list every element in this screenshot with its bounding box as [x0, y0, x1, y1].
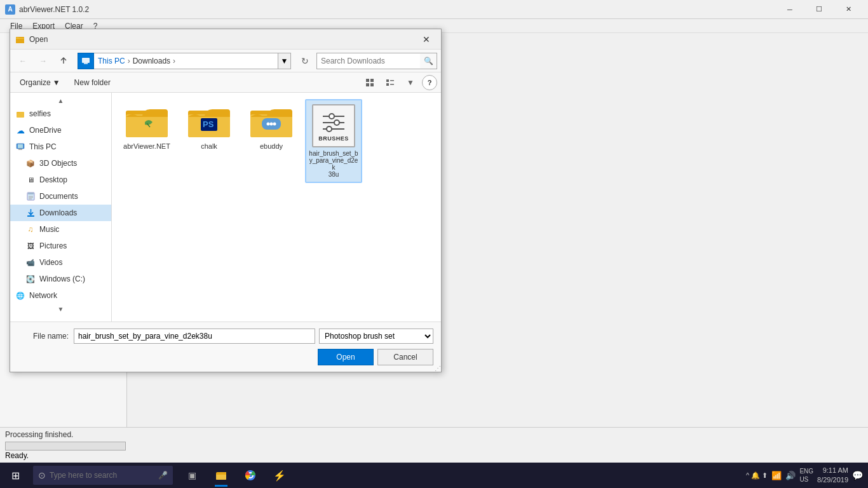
resize-handle[interactable]: ⋰: [433, 364, 441, 372]
taskbar-search-box: ⊙ 🎤: [33, 466, 173, 485]
videos-label: Videos: [39, 258, 62, 267]
brush-file-icon: BRUSHES: [312, 104, 355, 147]
nav-refresh-button[interactable]: ↻: [296, 52, 314, 70]
taskbar-clock[interactable]: 9:11 AM 8/29/2019: [817, 466, 848, 485]
file-item-chalk[interactable]: PS chalk: [180, 99, 238, 183]
sidebar-item-selfies[interactable]: selfies: [10, 105, 111, 122]
volume-icon[interactable]: 🔊: [785, 471, 796, 480]
svg-rect-15: [18, 149, 22, 150]
documents-label: Documents: [39, 192, 78, 201]
file-label-abrviewer: abrViewer.NET: [123, 142, 170, 150]
svg-rect-42: [216, 474, 226, 480]
breadcrumb-dropdown-button[interactable]: ▼: [278, 53, 291, 69]
svg-rect-10: [386, 83, 389, 86]
svg-text:PS: PS: [203, 119, 214, 129]
file-type-dropdown[interactable]: Photoshop brush set: [319, 329, 433, 344]
svg-rect-4: [366, 79, 369, 82]
downloads-label: Downloads: [39, 208, 77, 217]
breadcrumb-this-pc[interactable]: This PC: [98, 57, 125, 65]
sidebar-item-thispc[interactable]: This PC: [10, 139, 111, 155]
dialog-title: Open: [29, 35, 417, 44]
3dobjects-label: 3D Objects: [39, 159, 77, 168]
svg-point-36: [329, 114, 334, 119]
sidebar-item-downloads[interactable]: Downloads: [10, 205, 111, 221]
sidebar-item-network[interactable]: 🌐 Network: [10, 287, 111, 304]
breadcrumb-downloads[interactable]: Downloads: [133, 57, 170, 65]
documents-icon: [25, 191, 36, 201]
music-icon: ♫: [25, 224, 36, 234]
music-label: Music: [39, 225, 59, 234]
brush-file-svg: [318, 110, 349, 135]
svg-rect-3: [84, 63, 88, 64]
file-name-label: File name:: [18, 332, 69, 341]
selfies-icon: [15, 109, 25, 119]
nav-up-button[interactable]: [55, 52, 72, 70]
pictures-icon: 🖼: [25, 241, 36, 251]
file-name-row: File name: Photoshop brush set: [18, 329, 433, 344]
svg-rect-23: [126, 114, 168, 137]
cancel-button[interactable]: Cancel: [377, 349, 433, 365]
svg-rect-5: [370, 79, 374, 82]
organize-button[interactable]: Organize ▼: [14, 75, 66, 90]
taskbar-apps: ▣ ⚡: [178, 463, 294, 488]
brush-text: BRUSHES: [318, 135, 349, 142]
sidebar-item-documents[interactable]: Documents: [10, 188, 111, 205]
view-details-button[interactable]: [381, 75, 399, 90]
dialog-overlay: Open ✕ ← → Thi: [0, 0, 868, 488]
sidebar-item-videos[interactable]: 📹 Videos: [10, 254, 111, 271]
sidebar-scroll-down[interactable]: ▼: [10, 304, 111, 314]
file-item-ebuddy[interactable]: ebuddy: [243, 99, 300, 183]
nav-back-button[interactable]: ←: [14, 52, 32, 70]
new-folder-button[interactable]: New folder: [69, 75, 116, 90]
sidebar-item-desktop[interactable]: 🖥 Desktop: [10, 172, 111, 188]
taskbar-system: ^ 🔔 ⬆ 📶 🔊 ENGUS 9:11 AM 8/29/2019 💬: [746, 466, 868, 485]
breadcrumb: This PC › Downloads ›: [94, 53, 278, 69]
system-tray-icons: ^ 🔔 ⬆: [746, 471, 768, 480]
svg-rect-8: [386, 79, 389, 82]
dialog-body: ▲ selfies ☁ OneDrive: [10, 93, 441, 322]
pictures-label: Pictures: [39, 241, 67, 250]
svg-rect-9: [390, 80, 394, 81]
windowsc-icon: 💽: [25, 274, 36, 284]
desktop-icon: 🖥: [25, 175, 36, 185]
svg-rect-21: [27, 215, 34, 217]
open-button[interactable]: Open: [318, 349, 374, 365]
unknown-app-button[interactable]: ⚡: [266, 463, 294, 488]
network-icon[interactable]: 📶: [771, 471, 782, 480]
cortana-icon: ⊙: [38, 470, 46, 480]
search-box: 🔍: [316, 53, 437, 69]
open-dialog: Open ✕ ← → Thi: [10, 29, 442, 372]
nav-forward-button[interactable]: →: [34, 52, 52, 70]
notification-icon[interactable]: 💬: [852, 470, 863, 480]
sidebar-item-onedrive[interactable]: ☁ OneDrive: [10, 122, 111, 139]
file-name-input[interactable]: [74, 329, 315, 344]
dialog-toolbar: Organize ▼ New folder: [10, 72, 441, 93]
start-button[interactable]: ⊞: [0, 463, 31, 488]
sidebar-item-windowsc[interactable]: 💽 Windows (C:): [10, 271, 111, 287]
search-input[interactable]: [317, 53, 420, 69]
videos-icon: 📹: [25, 257, 36, 268]
file-item-abrviewer[interactable]: abrViewer.NET: [118, 99, 175, 183]
selfies-label: selfies: [29, 109, 51, 118]
view-dropdown-button[interactable]: ▼: [402, 75, 419, 90]
sidebar-item-3dobjects[interactable]: 📦 3D Objects: [10, 155, 111, 172]
search-button[interactable]: 🔍: [420, 53, 437, 69]
sidebar-item-music[interactable]: ♫ Music: [10, 221, 111, 238]
svg-rect-7: [370, 83, 374, 86]
sidebar-scroll-up[interactable]: ▲: [10, 95, 111, 105]
taskbar-search-input[interactable]: [50, 471, 154, 480]
svg-point-38: [334, 120, 339, 125]
sidebar-item-pictures[interactable]: 🖼 Pictures: [10, 238, 111, 254]
svg-point-32: [267, 123, 270, 126]
taskview-button[interactable]: ▣: [178, 463, 206, 488]
voice-search-icon: 🎤: [158, 471, 168, 480]
chrome-button[interactable]: [236, 463, 264, 488]
dialog-bottom: File name: Photoshop brush set Open Canc…: [10, 322, 441, 372]
file-explorer-button[interactable]: [207, 463, 235, 488]
svg-rect-17: [28, 193, 34, 194]
file-item-hair-brush[interactable]: BRUSHES hair_brush_set_by_para_vine_d2ek…: [305, 99, 362, 183]
desktop-label: Desktop: [39, 175, 67, 184]
view-toggle-button[interactable]: [361, 75, 379, 90]
dialog-close-button[interactable]: ✕: [417, 32, 436, 47]
help-button[interactable]: ?: [422, 75, 437, 90]
